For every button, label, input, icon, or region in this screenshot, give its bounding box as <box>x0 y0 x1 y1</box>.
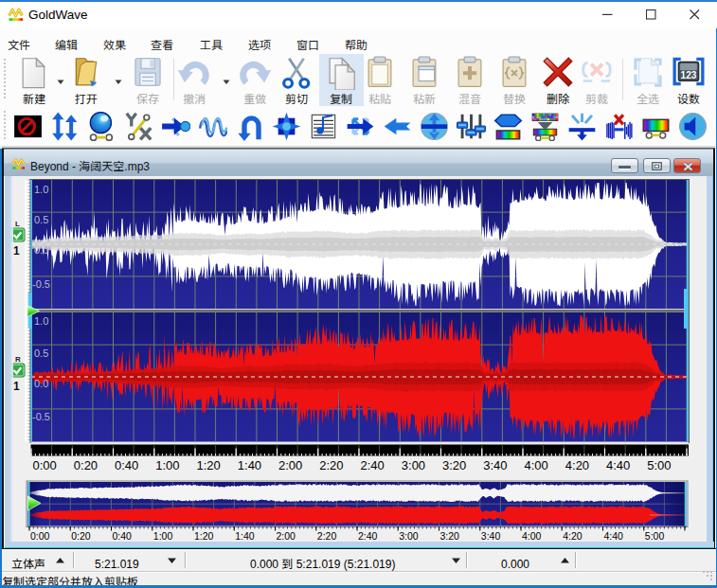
svg-text:0.0: 0.0 <box>34 378 48 389</box>
svg-text:1:00: 1:00 <box>155 458 179 472</box>
svg-text:L: L <box>15 220 20 228</box>
svg-text:0:20: 0:20 <box>74 458 98 472</box>
svg-text:0:00: 0:00 <box>30 530 50 542</box>
svg-text:0:40: 0:40 <box>115 458 138 472</box>
svg-text:3:00: 3:00 <box>399 530 419 542</box>
svg-text:0.5: 0.5 <box>34 347 48 359</box>
svg-text:1:20: 1:20 <box>194 530 214 542</box>
svg-text:2:40: 2:40 <box>358 530 378 542</box>
svg-text:3:00: 3:00 <box>402 458 425 472</box>
svg-text:0.0: 0.0 <box>34 244 48 256</box>
svg-text:4:40: 4:40 <box>604 530 624 542</box>
svg-text:123: 123 <box>681 69 697 80</box>
svg-text:5:00: 5:00 <box>645 530 665 542</box>
svg-text:4:00: 4:00 <box>525 458 548 472</box>
svg-text:1:00: 1:00 <box>153 530 173 542</box>
svg-text:1.0: 1.0 <box>34 315 48 327</box>
svg-text:1:40: 1:40 <box>235 530 255 542</box>
svg-text:4:00: 4:00 <box>522 530 542 542</box>
svg-text:-0.5: -0.5 <box>32 411 50 422</box>
svg-text:3:40: 3:40 <box>483 458 507 472</box>
svg-text:3:20: 3:20 <box>440 530 460 542</box>
svg-text:2:20: 2:20 <box>319 458 343 472</box>
svg-text:-0.5: -0.5 <box>32 278 50 290</box>
svg-text:0:20: 0:20 <box>71 530 91 542</box>
svg-text:4:20: 4:20 <box>563 530 583 542</box>
svg-text:1:20: 1:20 <box>197 458 221 472</box>
svg-text:1: 1 <box>13 380 20 393</box>
svg-text:4:40: 4:40 <box>606 458 630 472</box>
svg-text:5:00: 5:00 <box>647 458 671 472</box>
svg-text:0:00: 0:00 <box>33 458 57 472</box>
svg-text:1:40: 1:40 <box>238 458 261 472</box>
svg-text:2:20: 2:20 <box>317 530 337 542</box>
svg-text:3:20: 3:20 <box>442 458 466 472</box>
svg-text:4:20: 4:20 <box>565 458 589 472</box>
svg-text:2:00: 2:00 <box>277 530 296 542</box>
svg-text:R: R <box>15 355 21 364</box>
svg-text:1.0: 1.0 <box>34 184 48 195</box>
svg-text:0.5: 0.5 <box>34 214 48 225</box>
svg-text:1: 1 <box>13 244 20 258</box>
svg-text:2:40: 2:40 <box>361 458 385 472</box>
svg-text:3:40: 3:40 <box>481 530 501 542</box>
svg-text:0:40: 0:40 <box>113 530 133 542</box>
svg-text:2:00: 2:00 <box>278 458 302 472</box>
